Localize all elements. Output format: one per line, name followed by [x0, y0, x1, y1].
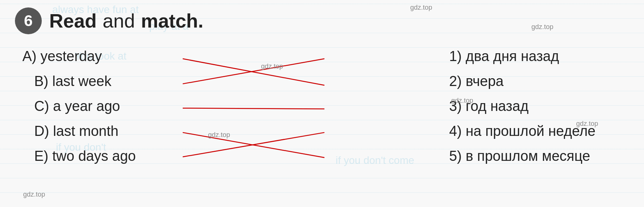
right-label-5: 5)	[449, 148, 465, 164]
right-label-4: 4)	[449, 123, 465, 139]
right-text-3: год назад	[466, 98, 528, 114]
exercise-title: Read and match.	[49, 10, 204, 32]
watermark-2: gdz.top	[531, 23, 553, 31]
left-label-b: B)	[22, 73, 52, 89]
svg-line-0	[183, 59, 324, 85]
left-item-b: B) last week	[22, 73, 136, 89]
right-label-2: 2)	[449, 73, 465, 89]
left-item-c: C) a year ago	[22, 98, 136, 114]
right-item-4: 4) на прошлой неделе	[449, 123, 596, 139]
left-label-d: D)	[22, 123, 53, 139]
svg-line-3	[183, 133, 324, 157]
right-label-1: 1)	[449, 48, 465, 64]
left-item-e: E) two days ago	[22, 148, 136, 164]
watermark-7: gdz.top	[23, 191, 45, 198]
right-item-2: 2) вчера	[449, 73, 596, 89]
left-item-a: A) yesterday	[22, 48, 136, 64]
right-item-1: 1) два дня назад	[449, 48, 596, 64]
left-column: A) yesterday B) last week C) a year ago …	[22, 48, 136, 173]
left-item-d: D) last month	[22, 123, 136, 139]
watermark-6: gdz.top	[576, 120, 598, 128]
svg-line-4	[183, 133, 324, 157]
right-text-2: вчера	[466, 73, 504, 89]
left-text-e: two days ago	[52, 148, 136, 164]
svg-line-2	[183, 108, 324, 109]
left-text-a: yesterday	[41, 48, 102, 64]
watermark-5: gdz.top	[208, 131, 230, 139]
left-text-b: last week	[52, 73, 111, 89]
left-text-d: last month	[53, 123, 118, 139]
exercise-content: A) yesterday B) last week C) a year ago …	[0, 48, 644, 207]
right-text-5: в прошлом месяце	[466, 148, 590, 164]
right-item-5: 5) в прошлом месяце	[449, 148, 596, 164]
title-match: match.	[141, 10, 204, 32]
left-label-a: A)	[22, 48, 41, 64]
left-label-e: E)	[22, 148, 52, 164]
title-and: and	[103, 10, 135, 32]
watermark-1: gdz.top	[410, 4, 432, 12]
left-label-c: C)	[22, 98, 53, 114]
right-column: 1) два дня назад 2) вчера 3) год назад 4…	[449, 48, 596, 173]
watermark-4: gdz.top	[451, 97, 473, 105]
left-text-c: a year ago	[53, 98, 120, 114]
right-text-1: два дня назад	[466, 48, 559, 64]
exercise-number: 6	[15, 7, 42, 34]
svg-line-1	[183, 59, 324, 84]
exercise-header: 6 Read and match.	[15, 7, 204, 34]
watermark-3: gdz.top	[261, 63, 283, 70]
title-read: Read	[49, 10, 97, 32]
